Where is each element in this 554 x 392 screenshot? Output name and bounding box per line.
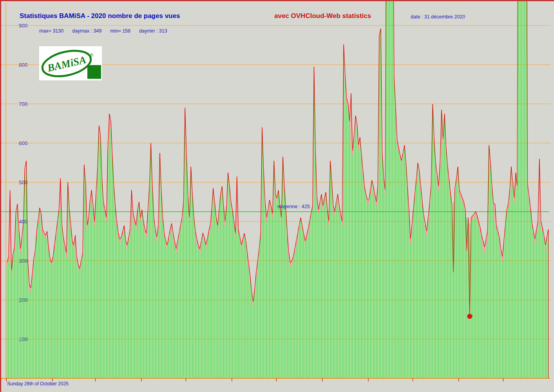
bamisa-logo: BAMiSA ®	[39, 46, 102, 80]
generation-date-label: Sunday 26th of October 2025	[7, 381, 69, 387]
stat-min: min= 158	[110, 28, 130, 34]
page-border-left	[0, 0, 1, 392]
stat-daymax: daymax : 349	[72, 28, 101, 34]
registered-mark-icon: ®	[90, 53, 93, 57]
stat-daymin: daymin : 313	[139, 28, 167, 34]
ovh-stats-graph-page: 900800700600500400300200100 Statistiques…	[0, 0, 554, 392]
stats-summary-line: max= 3130 daymax : 349 min= 158 daymin :…	[39, 28, 167, 34]
logo-green-square	[87, 65, 101, 79]
page-border-top	[0, 0, 554, 1]
stat-max: max= 3130	[39, 28, 63, 34]
mean-line-label: moyenne : 425	[277, 204, 310, 209]
bamisa-logo-graphic: BAMiSA ®	[39, 46, 102, 80]
page-title: Statistiques BAMiSA - 2020 nombre de pag…	[20, 12, 180, 20]
ovhcloud-subtitle: avec OVHCloud-Web statistics	[274, 12, 371, 20]
report-date-label: date : 31 décembre 2020	[411, 14, 465, 20]
